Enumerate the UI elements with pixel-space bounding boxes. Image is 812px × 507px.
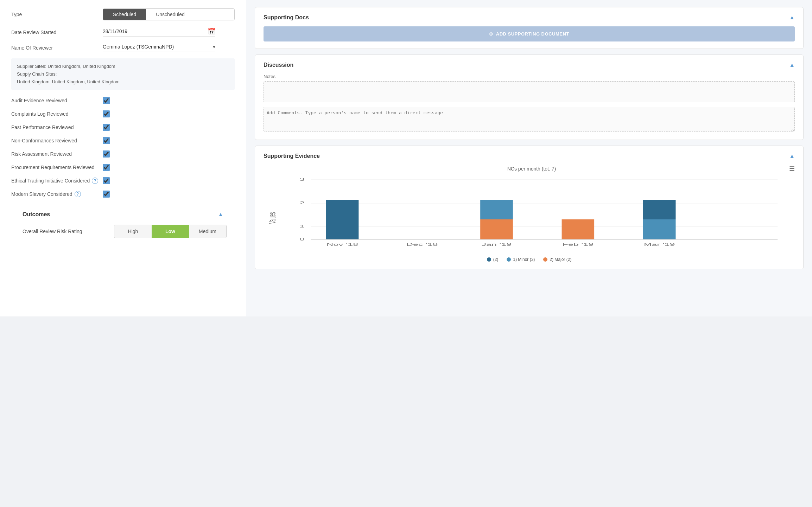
bar-jan-s2 (480, 219, 513, 239)
checkbox-row-5: Procurement Requirements Reviewed (11, 164, 235, 171)
type-toggle[interactable]: Scheduled Unscheduled (103, 8, 235, 20)
bar-jan-s1 (480, 200, 513, 219)
add-doc-label: ADD SUPPORTING DOCUMENT (496, 31, 569, 37)
right-panel: Supporting Docs ▲ ⊕ ADD SUPPORTING DOCUM… (246, 0, 812, 316)
chart-title: NCs per month (tot. 7) (274, 166, 789, 172)
type-field-row: Type Scheduled Unscheduled (11, 8, 235, 20)
checkbox-label-0: Audit Evidence Reviewed (11, 98, 103, 103)
calendar-icon[interactable]: 📅 (208, 27, 215, 35)
risk-rating-group[interactable]: High Low Medium (114, 225, 227, 238)
checkbox-label-1: Complaints Log Reviewed (11, 111, 103, 117)
legend-item-0: (2) (487, 257, 499, 262)
supplier-sites-row: Supplier Sites: United Kingdom, United K… (17, 63, 229, 70)
unscheduled-button[interactable]: Unscheduled (146, 9, 195, 20)
chevron-down-icon: ▾ (213, 44, 215, 50)
checkbox-row-2: Past Performance Reviewed (11, 124, 235, 131)
checkbox-input-2[interactable] (103, 124, 110, 131)
svg-text:Values: Values (267, 212, 277, 224)
type-toggle-group: Scheduled Unscheduled (103, 8, 235, 20)
risk-rating-field: High Low Medium (114, 225, 227, 238)
supporting-evidence-card: Supporting Evidence ▲ NCs per month (tot… (255, 146, 804, 269)
checkbox-label-4: Risk Assessment Reviewed (11, 151, 103, 157)
discussion-card: Discussion ▲ Notes (255, 54, 804, 140)
checkbox-label-2: Past Performance Reviewed (11, 124, 103, 130)
checkbox-input-1[interactable] (103, 110, 110, 117)
outcomes-section: Outcomes ▲ Overall Review Risk Rating Hi… (11, 204, 235, 252)
chart-area: Values 3 2 1 0 (264, 176, 795, 254)
svg-text:2: 2 (299, 201, 305, 205)
chart-menu-icon[interactable]: ☰ (789, 165, 795, 173)
supporting-docs-title: Supporting Docs (264, 14, 309, 21)
supply-chain-label: Supply Chain Sites: (17, 71, 57, 77)
legend-label-0: (2) (493, 257, 499, 262)
svg-text:Dec '18: Dec '18 (406, 242, 438, 246)
sites-box: Supplier Sites: United Kingdom, United K… (11, 58, 235, 90)
info-icon-6[interactable]: ? (92, 178, 98, 184)
discussion-collapse-icon[interactable]: ▲ (789, 62, 795, 68)
outcomes-collapse-icon[interactable]: ▲ (218, 211, 223, 218)
svg-text:Feb '19: Feb '19 (563, 242, 594, 246)
chart-svg: Values 3 2 1 0 (264, 176, 795, 254)
bar-nov-s0 (326, 200, 359, 239)
checkbox-input-5[interactable] (103, 164, 110, 171)
reviewer-label: Name Of Reviewer (11, 45, 103, 51)
supply-chain-value: United Kingdom, United Kingdom, United K… (17, 79, 120, 84)
reviewer-field: Gemma Lopez (TSGemmaNPD) ▾ (103, 44, 235, 51)
svg-text:Nov '18: Nov '18 (326, 242, 358, 246)
bar-mar-s1 (643, 219, 676, 239)
add-supporting-doc-button[interactable]: ⊕ ADD SUPPORTING DOCUMENT (264, 26, 795, 41)
checkbox-row-3: Non-Conformances Reviewed (11, 137, 235, 144)
reviewer-row: Name Of Reviewer Gemma Lopez (TSGemmaNPD… (11, 44, 235, 51)
discussion-title: Discussion (264, 62, 293, 68)
comments-textarea[interactable] (264, 107, 795, 131)
checkbox-row-0: Audit Evidence Reviewed (11, 97, 235, 104)
date-review-label: Date Review Started (11, 30, 103, 35)
svg-text:Jan '19: Jan '19 (482, 242, 512, 246)
checkbox-label-6: Ethical Trading Initiative Considered? (11, 178, 103, 184)
checkbox-input-7[interactable] (103, 191, 110, 198)
supporting-docs-card: Supporting Docs ▲ ⊕ ADD SUPPORTING DOCUM… (255, 7, 804, 49)
svg-text:0: 0 (299, 237, 305, 241)
risk-low-button[interactable]: Low (152, 225, 189, 238)
checkbox-row-6: Ethical Trading Initiative Considered? (11, 177, 235, 184)
notes-textarea[interactable] (264, 81, 795, 102)
reviewer-select[interactable]: Gemma Lopez (TSGemmaNPD) (103, 44, 213, 50)
checkbox-input-4[interactable] (103, 150, 110, 158)
checkbox-label-3: Non-Conformances Reviewed (11, 138, 103, 143)
legend-dot-0 (487, 257, 491, 262)
type-label: Type (11, 12, 103, 17)
risk-medium-button[interactable]: Medium (189, 225, 226, 238)
supplier-sites-value: United Kingdom, United Kingdom (47, 64, 115, 69)
date-review-input[interactable] (103, 28, 208, 34)
checkbox-input-0[interactable] (103, 97, 110, 104)
chart-legend: (2) 1) Minor (3) 2) Major (2) (264, 257, 795, 262)
svg-text:Mar '19: Mar '19 (644, 242, 675, 246)
legend-dot-1 (507, 257, 511, 262)
checkboxes-container: Audit Evidence ReviewedComplaints Log Re… (11, 97, 235, 198)
bar-mar-s0 (643, 200, 676, 219)
checkbox-label-5: Procurement Requirements Reviewed (11, 165, 103, 170)
risk-rating-row: Overall Review Risk Rating High Low Medi… (23, 225, 223, 238)
legend-label-1: 1) Minor (3) (513, 257, 535, 262)
checkbox-input-6[interactable] (103, 177, 110, 184)
checkbox-row-7: Modern Slavery Considered? (11, 191, 235, 198)
add-doc-plus-icon: ⊕ (489, 31, 493, 37)
legend-item-2: 2) Major (2) (543, 257, 571, 262)
supporting-evidence-collapse-icon[interactable]: ▲ (789, 153, 795, 159)
checkbox-label-7: Modern Slavery Considered? (11, 191, 103, 197)
supporting-docs-collapse-icon[interactable]: ▲ (789, 14, 795, 21)
checkbox-input-3[interactable] (103, 137, 110, 144)
checkbox-row-4: Risk Assessment Reviewed (11, 150, 235, 158)
date-review-row: Date Review Started 📅 (11, 27, 235, 37)
info-icon-7[interactable]: ? (75, 191, 81, 197)
date-review-field: 📅 (103, 27, 235, 37)
legend-item-1: 1) Minor (3) (507, 257, 535, 262)
risk-rating-label: Overall Review Risk Rating (23, 229, 114, 234)
supporting-evidence-title: Supporting Evidence (264, 153, 320, 159)
bar-feb-s2 (562, 219, 595, 239)
svg-text:1: 1 (299, 224, 305, 228)
legend-label-2: 2) Major (2) (550, 257, 571, 262)
risk-high-button[interactable]: High (114, 225, 152, 238)
svg-text:3: 3 (299, 177, 305, 181)
scheduled-button[interactable]: Scheduled (103, 9, 146, 20)
